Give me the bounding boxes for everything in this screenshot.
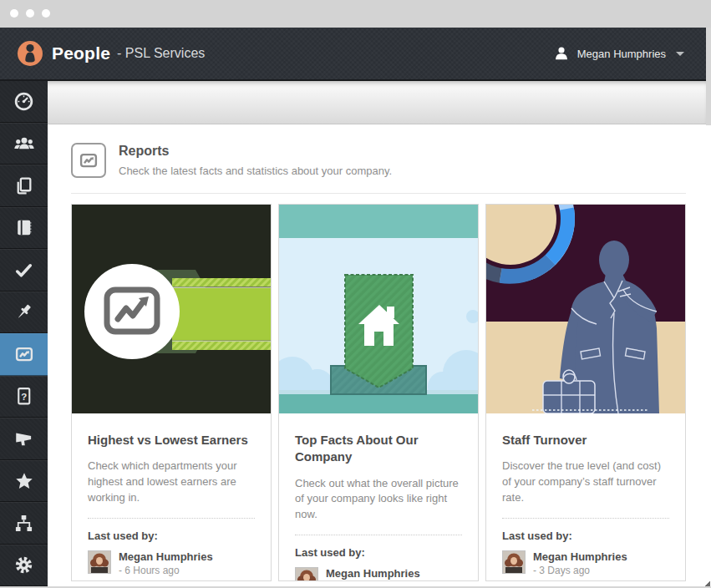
app-header: People - PSL Services Megan Humphries xyxy=(0,28,706,81)
pin-icon xyxy=(13,302,34,322)
last-used-label: Last used by: xyxy=(502,530,669,542)
user-name: Megan Humphries xyxy=(577,48,666,60)
card-title: Top Facts About Our Company xyxy=(295,432,462,466)
report-card-highest-vs-lowest-earners[interactable]: Highest vs Lowest Earners Check which de… xyxy=(71,204,272,581)
toolbar-strip xyxy=(48,81,706,124)
report-card-top-facts-about-our-company[interactable]: Top Facts About Our Company Check out wh… xyxy=(278,204,479,581)
card-art-earners xyxy=(72,205,271,413)
card-body: Top Facts About Our Company Check out wh… xyxy=(279,413,478,581)
brand-logo-home[interactable]: People - PSL Services xyxy=(17,40,205,67)
document-question-icon: ? xyxy=(13,386,34,407)
last-used-user-name: Megan Humphries xyxy=(533,550,627,564)
sidebar-item-documents[interactable] xyxy=(0,165,48,207)
checkmark-icon xyxy=(13,260,34,281)
report-card-staff-turnover[interactable]: Staff Turnover Discover the true level (… xyxy=(485,204,686,581)
avatar xyxy=(88,550,111,574)
dashboard-gauge-icon xyxy=(13,91,34,112)
sidebar-item-tasks[interactable] xyxy=(0,249,48,291)
avatar xyxy=(502,550,526,574)
documents-copy-icon xyxy=(13,175,34,196)
sidebar-item-pinned[interactable] xyxy=(0,291,48,334)
card-title: Highest vs Lowest Earners xyxy=(88,432,255,449)
dotted-divider xyxy=(502,518,669,519)
brand-name: People xyxy=(52,43,110,63)
main-content: Reports Check the latest facts and stati… xyxy=(48,81,706,586)
last-used-label: Last used by: xyxy=(295,546,462,559)
last-used-user-row: Megan Humphries - 6 Hours ago xyxy=(88,550,255,576)
last-used-user-row: Megan Humphries - 6 Hours ago xyxy=(295,567,462,581)
sidebar-nav: ? xyxy=(0,81,48,586)
card-title: Staff Turnover xyxy=(502,432,669,449)
sidebar-item-employees[interactable] xyxy=(0,123,48,165)
sidebar-item-dashboard[interactable] xyxy=(0,81,48,123)
card-body: Highest vs Lowest Earners Check which de… xyxy=(72,413,271,576)
employees-group-icon xyxy=(13,133,35,155)
people-logo-icon xyxy=(17,40,43,67)
book-icon xyxy=(13,217,34,238)
card-art-turnover xyxy=(486,205,685,413)
megaphone-icon xyxy=(13,428,35,449)
org-chart-icon xyxy=(13,513,34,534)
user-menu[interactable]: Megan Humphries xyxy=(552,44,684,63)
screen: People - PSL Services Megan Humphries xyxy=(0,0,711,588)
sidebar-item-queries[interactable]: ? xyxy=(0,376,48,418)
page-subtitle: Check the latest facts and statistics ab… xyxy=(119,165,392,177)
gear-icon xyxy=(13,555,34,575)
reports-chart-icon xyxy=(78,150,99,171)
card-description: Discover the true level (and cost) of yo… xyxy=(502,459,669,506)
dotted-divider xyxy=(295,535,462,535)
svg-text:?: ? xyxy=(21,392,27,402)
sidebar-item-announcements[interactable] xyxy=(0,418,48,460)
report-cards-row: Highest vs Lowest Earners Check which de… xyxy=(71,204,686,581)
sidebar-item-org-chart[interactable] xyxy=(0,502,48,545)
star-icon xyxy=(13,470,35,492)
sidebar-item-settings[interactable] xyxy=(0,545,48,587)
card-art-company xyxy=(279,205,478,413)
sidebar-item-reports[interactable] xyxy=(0,333,48,376)
card-body: Staff Turnover Discover the true level (… xyxy=(486,413,685,576)
sidebar-item-planner[interactable] xyxy=(0,207,48,250)
last-used-user-row: Megan Humphries - 3 Days ago xyxy=(502,550,669,576)
page-title: Reports xyxy=(119,144,392,159)
window-control-dot[interactable] xyxy=(26,9,34,18)
avatar xyxy=(295,567,318,581)
card-description: Check which departments your highest and… xyxy=(88,459,255,506)
window-control-dot[interactable] xyxy=(10,9,18,18)
last-used-time: - 6 Hours ago xyxy=(119,565,213,576)
brand-suffix: - PSL Services xyxy=(117,46,205,61)
last-used-label: Last used by: xyxy=(88,530,255,542)
dotted-divider xyxy=(88,518,255,519)
last-used-time: - 3 Days ago xyxy=(533,565,627,576)
window-right-gutter xyxy=(706,28,711,125)
card-description: Check out what the overall picture of yo… xyxy=(295,476,462,524)
browser-chrome-bar xyxy=(0,0,711,28)
window-control-dot[interactable] xyxy=(42,9,50,18)
chevron-down-icon xyxy=(676,52,684,56)
last-used-user-name: Megan Humphries xyxy=(119,550,213,564)
user-person-icon xyxy=(552,44,571,63)
last-used-user-name: Megan Humphries xyxy=(326,567,420,580)
page-header: Reports Check the latest facts and stati… xyxy=(71,124,686,194)
reports-chart-icon xyxy=(13,343,35,365)
reports-page-icon-box xyxy=(71,143,106,178)
sidebar-item-favourites[interactable] xyxy=(0,460,48,503)
window-resize-corner[interactable] xyxy=(704,580,710,586)
